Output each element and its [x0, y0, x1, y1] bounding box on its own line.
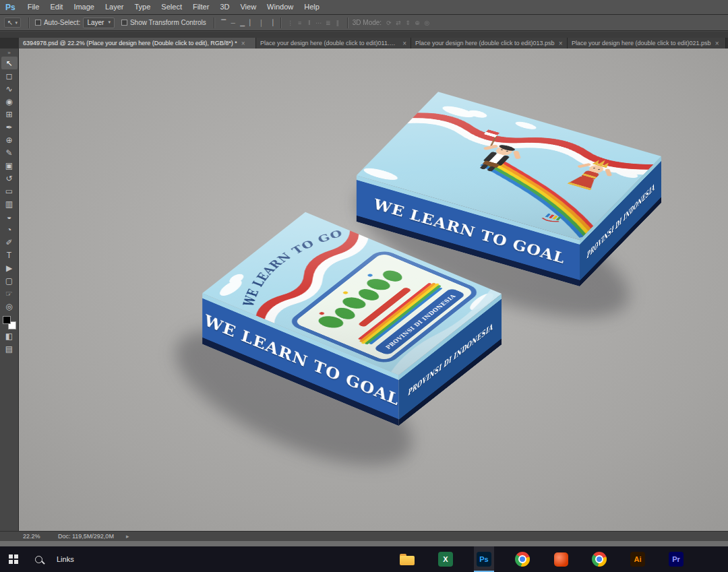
- premiere-icon[interactable]: Pr: [666, 546, 686, 572]
- rectangle-tool-icon: ▢: [5, 276, 13, 286]
- menu-type[interactable]: Type: [129, 0, 156, 14]
- type-tool[interactable]: T: [1, 249, 18, 261]
- separator: [214, 18, 214, 28]
- browser-icon[interactable]: [589, 546, 609, 572]
- zoom-tool[interactable]: ◎: [1, 300, 18, 313]
- history-brush-tool[interactable]: ↺: [1, 172, 18, 185]
- distribute-horizontal-centers-icon[interactable]: ≣: [324, 20, 333, 26]
- start-button[interactable]: [0, 546, 27, 572]
- document-tab-3[interactable]: Place your design here (double click to …: [411, 38, 568, 49]
- 3d-slide-icon[interactable]: ⊕: [413, 20, 422, 26]
- blur-tool[interactable]: ◒: [1, 210, 18, 223]
- menu-filter[interactable]: Filter: [187, 0, 214, 14]
- options-bar: ↖ ▾ Auto-Select: Layer ▾ Show Transform …: [0, 15, 728, 31]
- 3d-roll-icon[interactable]: ⇄: [394, 20, 403, 26]
- auto-select-checkbox[interactable]: [35, 20, 41, 26]
- align-horizontal-centers-icon[interactable]: │: [257, 20, 266, 26]
- 3d-rotate-icon[interactable]: ⟳: [384, 20, 394, 26]
- tab-close-icon[interactable]: ×: [715, 40, 719, 47]
- clone-stamp-tool[interactable]: ▣: [1, 159, 18, 172]
- tab-close-icon[interactable]: ×: [402, 40, 406, 47]
- distribute-vertical-centers-icon[interactable]: ≡: [295, 20, 305, 26]
- 3d-drag-icon[interactable]: ⇕: [403, 20, 413, 26]
- search-button[interactable]: [27, 546, 50, 572]
- menu-select[interactable]: Select: [156, 0, 187, 14]
- menu-3d[interactable]: 3D: [214, 0, 235, 14]
- photoshop-icon[interactable]: Ps: [474, 546, 494, 572]
- menu-file[interactable]: File: [22, 0, 45, 14]
- marquee-tool-icon: ◻: [6, 71, 13, 81]
- taskbar-links-label[interactable]: Links: [50, 555, 81, 563]
- align-vertical-centers-icon[interactable]: ─: [229, 20, 238, 26]
- excel-icon[interactable]: X: [435, 546, 456, 572]
- zoom-level-field[interactable]: 22.2%: [23, 533, 46, 540]
- document-tab-2[interactable]: Place your design here (double click to …: [256, 38, 411, 49]
- distribute-bottom-edges-icon[interactable]: ‖: [305, 20, 314, 26]
- dodge-tool[interactable]: ◔: [1, 223, 18, 236]
- gradient-tool-icon: ▥: [5, 199, 13, 209]
- illustrator-icon[interactable]: Ai: [628, 546, 648, 572]
- color-swatches[interactable]: [3, 316, 16, 329]
- clone-stamp-tool-icon: ▣: [5, 161, 13, 170]
- foreground-color-swatch[interactable]: [3, 316, 11, 324]
- window-frame-strip: [0, 32, 728, 38]
- align-left-edges-icon[interactable]: ▏: [247, 20, 257, 26]
- quick-selection-tool[interactable]: ◉: [1, 95, 18, 108]
- quick-selection-tool-icon: ◉: [5, 97, 12, 106]
- screen-mode-button[interactable]: ▤: [1, 342, 18, 355]
- show-transform-controls-checkbox[interactable]: [121, 20, 127, 26]
- pen-tool[interactable]: ✐: [1, 236, 18, 249]
- marquee-tool[interactable]: ◻: [1, 69, 18, 82]
- menu-window[interactable]: Window: [262, 0, 299, 14]
- menu-help[interactable]: Help: [299, 0, 325, 14]
- hand-tool[interactable]: ☞: [1, 287, 18, 300]
- menu-view[interactable]: View: [235, 0, 262, 14]
- auto-select-target-dropdown[interactable]: Layer ▾: [83, 18, 115, 28]
- tab-close-icon[interactable]: ×: [241, 40, 245, 47]
- file-explorer-icon[interactable]: [397, 546, 417, 572]
- screen-mode-icon: ▤: [5, 344, 13, 354]
- document-tab-1[interactable]: 6394978.psd @ 22.2% (Place your design h…: [19, 38, 256, 49]
- align-top-edges-icon[interactable]: ▔: [219, 20, 229, 26]
- move-tool[interactable]: ↖: [1, 57, 18, 69]
- crop-tool[interactable]: ⊞: [1, 108, 18, 121]
- photoshop-logo: Ps: [477, 552, 491, 567]
- distribute-right-edges-icon[interactable]: ∥: [333, 20, 342, 26]
- chrome-icon[interactable]: [512, 546, 533, 572]
- tab-title: Place your design here (double click to …: [415, 40, 555, 46]
- menu-image[interactable]: Image: [68, 0, 100, 14]
- tab-close-icon[interactable]: ×: [559, 40, 563, 47]
- eraser-tool[interactable]: ▭: [1, 185, 18, 197]
- tools-palette: » ↖ ◻ ∿ ◉ ⊞ ✒ ⊕ ✎ ▣ ↺ ▭ ▥ ◒ ◔ ✐ T ▶ ▢ ☞ …: [0, 49, 19, 531]
- align-right-edges-icon[interactable]: ▕: [266, 20, 276, 26]
- eyedropper-tool[interactable]: ✒: [1, 121, 18, 133]
- hand-tool-icon: ☞: [5, 289, 13, 298]
- window-edge-strip: [0, 541, 728, 546]
- collapse-palette-icon[interactable]: »: [7, 49, 10, 57]
- document-size-info: Doc: 119,5M/292,0M: [58, 533, 114, 540]
- healing-brush-tool[interactable]: ⊕: [1, 133, 18, 146]
- brush-tool[interactable]: ✎: [1, 146, 18, 159]
- chevron-down-icon: ▾: [15, 20, 18, 26]
- premiere-logo: Pr: [669, 552, 684, 567]
- tool-preset-dropdown[interactable]: ↖ ▾: [4, 18, 21, 28]
- lasso-tool[interactable]: ∿: [1, 82, 18, 95]
- menu-edit[interactable]: Edit: [44, 0, 68, 14]
- status-menu-arrow[interactable]: ▸: [126, 533, 129, 540]
- office-icon[interactable]: [551, 546, 571, 572]
- zoom-tool-icon: ◎: [5, 302, 12, 311]
- gradient-tool[interactable]: ▥: [1, 197, 18, 210]
- chrome-logo: [515, 552, 530, 567]
- move-tool-icon: ↖: [7, 19, 13, 26]
- canvas[interactable]: WE LEARN TO GOAL PROVINSI DI INDONESIA: [19, 49, 728, 531]
- quick-mask-icon: ◧: [5, 331, 13, 341]
- document-tab-4[interactable]: Place your design here (double click to …: [568, 38, 726, 49]
- distribute-left-edges-icon[interactable]: ⋯: [314, 20, 324, 26]
- quick-mask-button[interactable]: ◧: [1, 329, 18, 342]
- align-bottom-edges-icon[interactable]: ▁: [238, 20, 247, 26]
- rectangle-tool[interactable]: ▢: [1, 274, 18, 287]
- distribute-top-edges-icon[interactable]: ⋮: [286, 20, 295, 26]
- 3d-scale-icon[interactable]: ◎: [422, 20, 431, 26]
- menu-layer[interactable]: Layer: [100, 0, 129, 14]
- path-selection-tool[interactable]: ▶: [1, 261, 18, 274]
